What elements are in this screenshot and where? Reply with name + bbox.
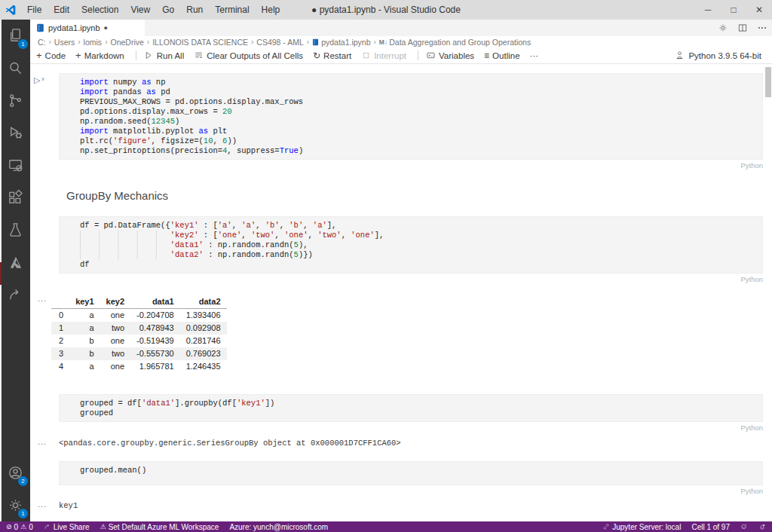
code-editor[interactable]: grouped.mean() — [59, 461, 763, 485]
breadcrumb-item-section[interactable]: Data Aggregation and Group Operations — [389, 38, 531, 47]
table-cell: 3 — [51, 347, 69, 360]
azure-ml-workspace-button[interactable]: ⚠ Set Default Azure ML Workspace — [100, 523, 219, 531]
menu-file[interactable]: File — [21, 0, 47, 20]
jupyter-server-status[interactable]: Jupyter Server: local — [602, 523, 681, 531]
table-row: 2bone-0.5194390.281746 — [51, 335, 227, 347]
breadcrumb-item[interactable]: lomis — [84, 38, 103, 47]
table-cell: 2 — [51, 335, 69, 347]
breadcrumb-item[interactable]: C: — [38, 38, 46, 47]
table-cell: 1.965781 — [130, 360, 180, 373]
breadcrumb-item[interactable]: Users — [54, 38, 75, 47]
sidebar-item-settings[interactable]: 1 — [0, 489, 30, 521]
run-cell-button[interactable]: ▷ ∨ — [34, 75, 45, 85]
restart-button[interactable]: ↻ Restart — [313, 50, 351, 61]
bell-icon — [758, 523, 766, 530]
sidebar-item-accounts[interactable]: 2 — [0, 457, 30, 489]
code-cell-4[interactable]: grouped.mean() Python — [59, 461, 763, 495]
add-code-cell-button[interactable]: +Code — [36, 50, 66, 61]
sidebar-item-testing[interactable] — [0, 214, 30, 246]
breadcrumb-item[interactable]: CS498 - AML — [256, 38, 303, 47]
sidebar-item-live-share[interactable] — [0, 279, 30, 311]
tab-bar: pydata1.ipynb ● — [30, 20, 772, 36]
scrollbar-thumb[interactable] — [765, 67, 771, 97]
breadcrumb-item[interactable]: ILLONOIS DATA SCIENCE — [152, 38, 248, 47]
title-bar: File Edit Selection View Go Run Terminal… — [0, 0, 772, 20]
sidebar-item-search[interactable] — [0, 52, 30, 84]
table-cell: a — [69, 322, 100, 335]
problems-indicator[interactable]: ⊘ 0 ⚠ 0 — [6, 523, 33, 531]
more-toolbar-actions[interactable]: ··· — [530, 51, 539, 60]
breadcrumb-item-file[interactable]: pydata1.ipynb — [321, 38, 370, 47]
cell-position-indicator[interactable]: Cell 1 of 97 — [691, 523, 730, 531]
output-options-ellipsis[interactable]: ... — [38, 437, 47, 446]
more-actions-icon[interactable] — [757, 23, 767, 33]
table-row: 4aone1.9657811.246435 — [51, 360, 227, 373]
menu-run[interactable]: Run — [180, 0, 209, 20]
close-button[interactable]: ✕ — [746, 0, 772, 20]
feedback-button[interactable] — [740, 523, 748, 530]
cell-output-text: ... <pandas.core.groupby.generic.SeriesG… — [59, 439, 772, 448]
code-line: PREVIOUS_MAX_ROWS = pd.options.display.m… — [80, 97, 758, 107]
output-options-ellipsis[interactable]: ... — [38, 500, 47, 509]
table-cell: 0.769023 — [180, 347, 227, 360]
table-cell: two — [100, 322, 130, 335]
tab-pydata1[interactable]: pydata1.ipynb ● — [30, 20, 145, 36]
menu-go[interactable]: Go — [156, 0, 180, 20]
menu-view[interactable]: View — [124, 0, 156, 20]
modified-dot[interactable]: ● — [104, 24, 108, 32]
split-editor-icon[interactable] — [737, 23, 748, 33]
sidebar-item-run-debug[interactable] — [0, 117, 30, 149]
outline-button[interactable]: ≡ Outline — [484, 50, 519, 61]
code-line: pd.options.display.max_rows = 20 — [80, 107, 758, 117]
notebook-toolbar: +Code +Markdown Run All Clear Outputs of… — [30, 47, 772, 64]
azure-account-status[interactable]: Azure: yunch@microsoft.com — [229, 523, 328, 531]
variables-icon — [426, 50, 436, 60]
live-share-button[interactable]: Live Share — [44, 523, 90, 531]
table-cell: 1 — [51, 322, 69, 335]
code-line: df — [80, 260, 758, 270]
menu-edit[interactable]: Edit — [47, 0, 75, 20]
add-markdown-cell-button[interactable]: +Markdown — [75, 50, 124, 61]
maximize-button[interactable]: □ — [721, 0, 746, 20]
sidebar-item-source-control[interactable] — [0, 84, 30, 117]
gear-icon[interactable] — [718, 23, 728, 33]
run-all-button[interactable]: Run All — [144, 50, 184, 60]
output-text: <pandas.core.groupby.generic.SeriesGroup… — [59, 439, 772, 448]
code-editor[interactable]: df = pd.DataFrame({'key1' : ['a', 'a', '… — [59, 216, 763, 274]
search-icon — [7, 60, 24, 77]
sidebar-item-remote-explorer[interactable] — [0, 149, 30, 182]
toolbar-separator — [136, 50, 136, 60]
code-line: 'key2' : ['one', 'two', 'one', 'two', 'o… — [80, 231, 758, 240]
menu-terminal[interactable]: Terminal — [209, 0, 255, 20]
cell-language-label: Python — [59, 275, 763, 283]
table-cell: a — [69, 309, 100, 323]
code-editor[interactable]: grouped = df['data1'].groupby(df['key1']… — [59, 394, 763, 422]
table-cell: two — [100, 347, 130, 360]
kernel-picker[interactable]: Python 3.9.5 64-bit — [675, 50, 761, 60]
code-cell-2[interactable]: df = pd.DataFrame({'key1' : ['a', 'a', '… — [59, 216, 763, 283]
sidebar-item-extensions[interactable] — [0, 182, 30, 214]
code-line: 'data1' : np.random.randn(5), — [80, 240, 758, 250]
menu-help[interactable]: Help — [256, 0, 286, 20]
minimize-button[interactable]: ─ — [695, 0, 721, 20]
variables-button[interactable]: Variables — [426, 50, 474, 60]
notifications-button[interactable] — [758, 523, 766, 530]
breadcrumb-separator: › — [307, 38, 309, 46]
status-bar: ⊘ 0 ⚠ 0 Live Share ⚠ Set Default Azure M… — [0, 521, 772, 532]
sidebar-item-azure[interactable] — [0, 246, 30, 279]
clear-outputs-button[interactable]: Clear Outputs of All Cells — [194, 50, 303, 60]
code-cell-3[interactable]: grouped = df['data1'].groupby(df['key1']… — [59, 394, 763, 432]
output-options-ellipsis[interactable]: ... — [38, 294, 47, 303]
table-cell: 1.246435 — [180, 360, 227, 373]
sidebar-item-explorer[interactable]: 1 — [0, 20, 30, 52]
table-cell: one — [100, 309, 130, 323]
git-branch-icon — [7, 92, 24, 109]
code-editor[interactable]: import numpy as npimport pandas as pdPRE… — [59, 73, 763, 160]
markdown-cell-heading[interactable]: GroupBy Mechanics — [66, 189, 772, 203]
explorer-badge: 1 — [18, 39, 28, 49]
breadcrumb-item[interactable]: OneDrive — [110, 38, 143, 47]
code-cell-1[interactable]: ▷ ∨ import numpy as npimport pandas as p… — [59, 73, 763, 170]
menu-selection[interactable]: Selection — [75, 0, 124, 20]
code-line: import matplotlib.pyplot as plt — [80, 127, 758, 136]
outline-icon: ≡ — [484, 50, 489, 61]
